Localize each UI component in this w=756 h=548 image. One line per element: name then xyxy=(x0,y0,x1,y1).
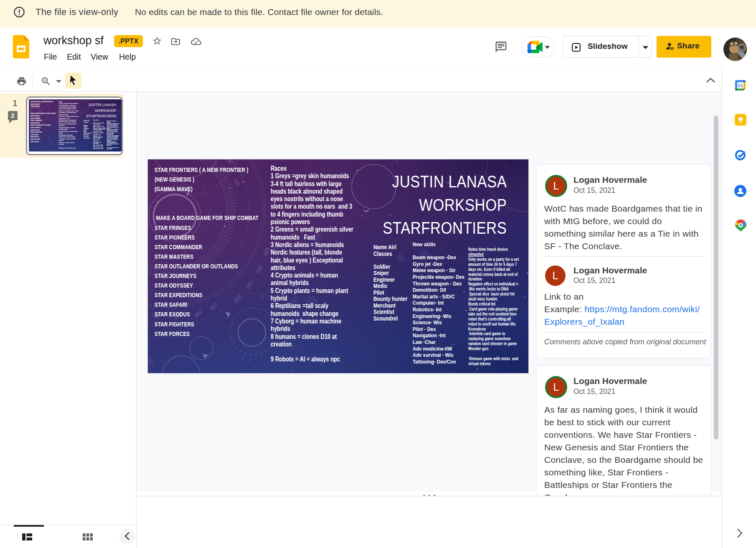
svg-text:190: 190 xyxy=(262,247,271,257)
svg-text:140: 140 xyxy=(224,159,234,166)
svg-text:31: 31 xyxy=(738,83,743,88)
